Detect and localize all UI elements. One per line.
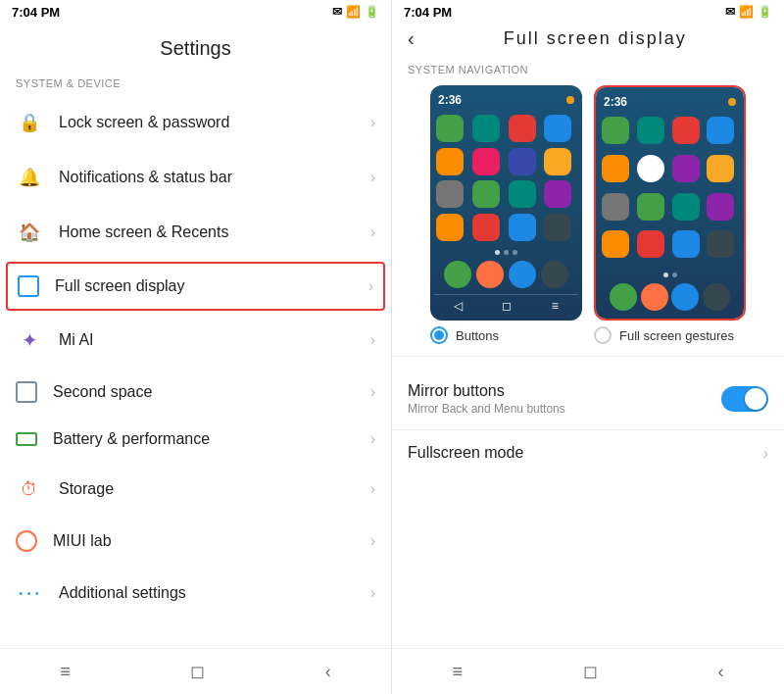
- message-icon: ✉: [332, 5, 342, 19]
- right-battery-icon: 🔋: [758, 5, 772, 19]
- menu-label-battery: Battery & performance: [53, 430, 370, 448]
- chevron-icon: ›: [370, 430, 375, 448]
- right-home-nav-btn[interactable]: ◻: [583, 661, 598, 682]
- buttons-label: Buttons: [456, 328, 499, 343]
- chevron-icon: ›: [370, 584, 375, 602]
- right-wifi-icon: 📶: [739, 5, 754, 19]
- fullscreen-radio[interactable]: [594, 326, 612, 344]
- mirror-buttons-item[interactable]: Mirror buttons Mirror Back and Menu butt…: [392, 369, 784, 429]
- mirror-buttons-title: Mirror buttons: [408, 382, 565, 400]
- right-status-bar: 7:04 PM ✉ 📶 🔋: [392, 0, 784, 24]
- right-time: 7:04 PM: [404, 5, 452, 20]
- mirror-buttons-text: Mirror buttons Mirror Back and Menu butt…: [408, 382, 565, 416]
- menu-label-home: Home screen & Recents: [59, 223, 370, 241]
- mirror-buttons-toggle[interactable]: [721, 386, 768, 412]
- right-back-nav-btn[interactable]: ‹: [718, 662, 724, 682]
- right-panel: 7:04 PM ✉ 📶 🔋 ‹ Full screen display SYST…: [392, 0, 784, 694]
- buttons-option[interactable]: Buttons: [430, 321, 582, 344]
- section-label: SYSTEM & DEVICE: [0, 70, 391, 95]
- chevron-icon: ›: [370, 223, 375, 241]
- menu-item-miui-lab[interactable]: MIUI lab ›: [0, 517, 391, 566]
- menu-label-fullscreen: Full screen display: [55, 277, 368, 295]
- menu-label-second-space: Second space: [53, 383, 370, 401]
- battery-perf-icon: [16, 432, 37, 446]
- menu-label-notifications: Notifications & status bar: [59, 169, 370, 186]
- chevron-icon: ›: [370, 383, 375, 401]
- sys-nav-label: SYSTEM NAVIGATION: [392, 56, 784, 85]
- chevron-icon: ›: [370, 331, 375, 349]
- right-bottom-nav: ≡ ◻ ‹: [392, 648, 784, 694]
- menu-list: 🔒 Lock screen & password › 🔔 Notificatio…: [0, 95, 391, 620]
- menu-item-second-space[interactable]: Second space ›: [0, 368, 391, 417]
- buttons-preview[interactable]: 2:36: [430, 85, 582, 344]
- right-title: Full screen display: [422, 28, 768, 49]
- fullscreen-mode-arrow: ›: [763, 445, 768, 463]
- chevron-icon: ›: [370, 169, 375, 186]
- menu-label-miui-lab: MIUI lab: [53, 532, 370, 550]
- chevron-icon: ›: [370, 532, 375, 550]
- chevron-icon: ›: [370, 114, 375, 131]
- menu-item-mi-ai[interactable]: ✦ Mi AI ›: [0, 313, 391, 368]
- chevron-icon: ›: [368, 277, 373, 295]
- additional-icon: • • •: [16, 579, 43, 607]
- mirror-buttons-subtitle: Mirror Back and Menu buttons: [408, 402, 565, 416]
- fullscreen-option[interactable]: Full screen gestures: [594, 321, 746, 344]
- right-header: ‹ Full screen display: [392, 24, 784, 56]
- menu-item-additional[interactable]: • • • Additional settings ›: [0, 566, 391, 620]
- home-icon: 🏠: [16, 219, 43, 246]
- fullscreen-mode-item[interactable]: Fullscreen mode ›: [392, 429, 784, 477]
- fullscreen-icon: [18, 275, 39, 297]
- second-space-icon: [16, 381, 37, 403]
- right-message-icon: ✉: [725, 5, 735, 19]
- menu-item-storage[interactable]: ⏱ Storage ›: [0, 462, 391, 517]
- fullscreen-gestures-preview[interactable]: 2:36: [594, 85, 746, 344]
- settings-title: Settings: [0, 24, 391, 70]
- menu-item-lock-screen[interactable]: 🔒 Lock screen & password ›: [0, 95, 391, 150]
- back-button[interactable]: ‹: [408, 27, 415, 50]
- menu-item-battery[interactable]: Battery & performance ›: [0, 417, 391, 462]
- menu-item-home-screen[interactable]: 🏠 Home screen & Recents ›: [0, 205, 391, 260]
- fullscreen-label: Full screen gestures: [619, 328, 734, 343]
- lock-icon: 🔒: [16, 109, 43, 136]
- menu-nav-btn[interactable]: ≡: [60, 662, 71, 682]
- notification-icon: 🔔: [16, 164, 43, 191]
- fullscreen-phone: 2:36: [594, 85, 746, 321]
- home-nav-btn[interactable]: ◻: [190, 661, 205, 682]
- buttons-radio[interactable]: [430, 326, 448, 344]
- back-nav-btn[interactable]: ‹: [325, 662, 331, 682]
- fullscreen-mode-text: Fullscreen mode: [408, 444, 523, 464]
- menu-label-lock: Lock screen & password: [59, 114, 370, 131]
- miai-icon: ✦: [16, 326, 43, 354]
- divider: [392, 356, 784, 357]
- left-panel: 7:04 PM ✉ 📶 🔋 Settings SYSTEM & DEVICE 🔒…: [0, 0, 392, 694]
- miui-lab-icon: [16, 530, 37, 552]
- menu-item-notifications[interactable]: 🔔 Notifications & status bar ›: [0, 150, 391, 205]
- left-time: 7:04 PM: [12, 5, 60, 20]
- menu-label-miai: Mi AI: [59, 331, 370, 349]
- menu-item-full-screen[interactable]: Full screen display ›: [6, 262, 385, 311]
- left-bottom-nav: ≡ ◻ ‹: [0, 648, 391, 694]
- buttons-phone: 2:36: [430, 85, 582, 321]
- menu-label-additional: Additional settings: [59, 584, 370, 602]
- fullscreen-mode-title: Fullscreen mode: [408, 444, 523, 462]
- battery-icon: 🔋: [365, 5, 379, 19]
- left-status-bar: 7:04 PM ✉ 📶 🔋: [0, 0, 391, 24]
- menu-label-storage: Storage: [59, 480, 370, 498]
- phone-previews: 2:36: [392, 85, 784, 344]
- left-status-icons: ✉ 📶 🔋: [332, 5, 379, 19]
- chevron-icon: ›: [370, 480, 375, 498]
- right-status-icons: ✉ 📶 🔋: [725, 5, 772, 19]
- right-menu-nav-btn[interactable]: ≡: [452, 662, 463, 682]
- wifi-icon: 📶: [346, 5, 361, 19]
- storage-icon: ⏱: [16, 475, 43, 503]
